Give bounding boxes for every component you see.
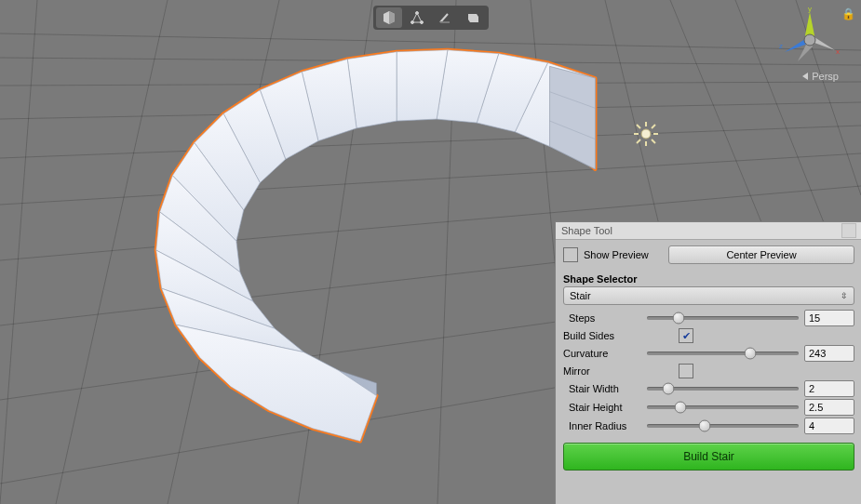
inner-radius-row: Inner Radius 4: [556, 417, 861, 435]
curvature-label: Curvature: [563, 348, 641, 359]
build-stair-button[interactable]: Build Stair: [563, 443, 854, 471]
mirror-row: Mirror: [556, 363, 861, 379]
shape-dropdown[interactable]: Stair ⇳: [563, 286, 854, 305]
inner-radius-label: Inner Radius: [563, 420, 641, 431]
steps-label: Steps: [563, 312, 641, 324]
svg-line-41: [637, 139, 640, 143]
stair-height-slider[interactable]: [647, 400, 799, 415]
vertex-mode-button[interactable]: [404, 7, 430, 28]
inner-radius-slider[interactable]: [647, 418, 799, 433]
steps-slider[interactable]: [647, 311, 799, 325]
svg-point-33: [641, 129, 651, 139]
shape-dropdown-value: Stair: [570, 290, 591, 301]
inner-radius-value[interactable]: 4: [804, 418, 854, 434]
face-mode-button[interactable]: [460, 7, 486, 28]
shape-selector-heading: Shape Selector: [556, 270, 861, 286]
stair-height-row: Stair Height 2.5: [556, 398, 861, 417]
panel-options-icon[interactable]: [841, 223, 856, 238]
curvature-row: Curvature 243: [556, 344, 861, 363]
svg-line-39: [652, 139, 655, 143]
show-preview-label: Show Preview: [584, 249, 663, 260]
chevron-left-icon: [802, 73, 808, 80]
mirror-label: Mirror: [563, 365, 641, 377]
svg-text:z: z: [779, 42, 783, 50]
curved-stair-mesh[interactable]: [88, 37, 628, 465]
panel-titlebar[interactable]: Shape Tool: [556, 222, 861, 240]
panel-title: Shape Tool: [561, 225, 612, 236]
stair-width-slider[interactable]: [647, 381, 799, 396]
stair-height-value[interactable]: 2.5: [804, 399, 854, 416]
edge-mode-button[interactable]: [432, 7, 458, 28]
object-mode-button[interactable]: [376, 7, 402, 28]
svg-line-40: [652, 125, 655, 128]
steps-row: Steps 15: [556, 309, 861, 327]
stair-width-row: Stair Width 2: [556, 379, 861, 398]
build-sides-checkbox[interactable]: [679, 328, 693, 343]
light-gizmo-icon[interactable]: [633, 121, 659, 147]
svg-point-29: [804, 34, 815, 46]
scene-view[interactable]: y z x 🔒 Persp Shape Tool Show Preview Ce…: [0, 0, 861, 504]
show-preview-checkbox[interactable]: [563, 247, 578, 262]
lock-icon[interactable]: 🔒: [841, 7, 855, 20]
stair-height-label: Stair Height: [563, 402, 641, 413]
dropdown-arrows-icon: ⇳: [841, 291, 848, 300]
edit-mode-toolbar: [373, 6, 489, 30]
build-sides-label: Build Sides: [563, 330, 641, 341]
mirror-checkbox[interactable]: [679, 364, 693, 378]
center-preview-button[interactable]: Center Preview: [668, 245, 854, 264]
stair-width-value[interactable]: 2: [804, 380, 854, 397]
build-sides-row: Build Sides: [556, 327, 861, 344]
svg-line-38: [637, 125, 640, 128]
stair-width-label: Stair Width: [563, 383, 641, 394]
svg-text:x: x: [836, 47, 840, 56]
view-mode-label[interactable]: Persp: [802, 71, 839, 82]
svg-text:y: y: [808, 7, 812, 13]
steps-value[interactable]: 15: [804, 310, 854, 326]
orientation-gizmo[interactable]: y z x: [777, 7, 842, 73]
svg-line-10: [0, 0, 37, 504]
shape-tool-panel: Shape Tool Show Preview Center Preview S…: [555, 221, 861, 504]
persp-text: Persp: [812, 71, 839, 82]
curvature-value[interactable]: 243: [804, 345, 854, 362]
curvature-slider[interactable]: [647, 346, 799, 361]
